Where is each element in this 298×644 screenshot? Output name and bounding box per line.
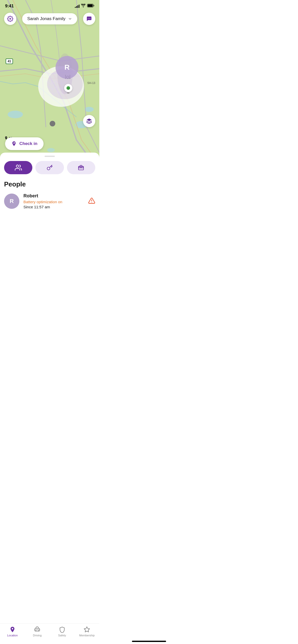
family-selector[interactable]: Sarah Jonas Family: [22, 13, 77, 24]
person-name: Robert: [23, 193, 62, 199]
section-title: People: [4, 180, 95, 188]
chevron-down-icon: [68, 17, 72, 21]
category-tabs: [4, 161, 95, 174]
route-41-badge: 41: [6, 58, 13, 64]
location-pin: [64, 84, 72, 94]
svg-point-4: [8, 111, 23, 118]
tab-places[interactable]: [67, 161, 95, 174]
checkin-label: Check in: [19, 141, 37, 146]
status-time: 9:41: [5, 4, 14, 9]
settings-button[interactable]: [4, 13, 16, 25]
svg-point-7: [47, 148, 55, 152]
person-item: R Robert Battery optimization on Since 1…: [4, 193, 95, 214]
svg-rect-2: [88, 4, 93, 7]
layers-button[interactable]: [83, 115, 95, 127]
status-bar: 9:41: [0, 0, 99, 11]
person-status: Battery optimization on: [23, 200, 62, 204]
sh-label: SH-13: [87, 81, 95, 84]
svg-point-11: [88, 18, 88, 19]
top-controls: Sarah Jonas Family: [0, 13, 99, 25]
warning-icon: [88, 197, 95, 205]
person-since: Since 11:57 am: [23, 205, 62, 209]
svg-point-14: [16, 165, 18, 167]
battery-icon: [87, 4, 94, 8]
svg-rect-19: [79, 167, 80, 168]
svg-rect-21: [82, 167, 83, 168]
sheet-handle[interactable]: [45, 156, 55, 157]
chat-button[interactable]: [83, 13, 95, 25]
signal-icon: [75, 4, 79, 8]
svg-point-12: [89, 18, 89, 19]
status-icons: [75, 4, 94, 8]
bottom-sheet: People R Robert Battery optimization on …: [0, 153, 99, 235]
family-name: Sarah Jonas Family: [27, 16, 65, 21]
tab-keys[interactable]: [35, 161, 64, 174]
svg-point-13: [90, 18, 90, 19]
map-user-avatar: R: [56, 56, 78, 79]
svg-point-6: [85, 107, 94, 112]
tab-people[interactable]: [4, 161, 32, 174]
wifi-icon: [81, 4, 86, 8]
svg-rect-1: [94, 5, 94, 6]
checkin-button[interactable]: Check in: [5, 137, 44, 150]
person-avatar: R: [4, 194, 19, 209]
secondary-member-dot: [50, 121, 55, 126]
